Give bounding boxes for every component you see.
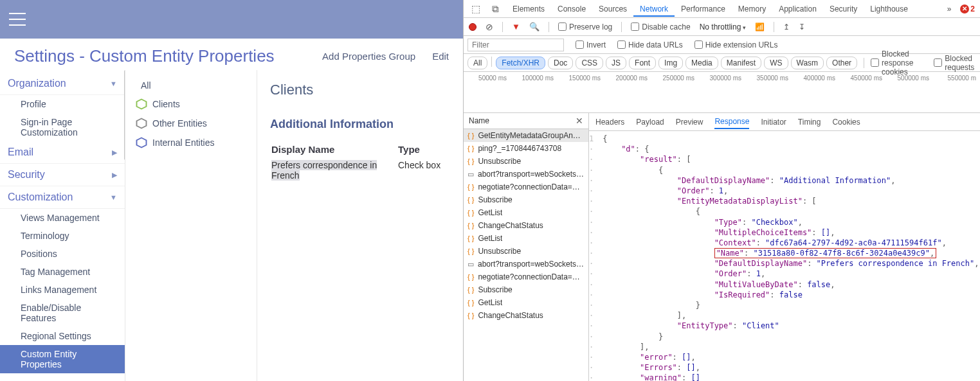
request-row[interactable]: { }GetList [464,206,588,219]
entity-filter-all[interactable]: All [129,76,253,94]
sidebar-item-terminology[interactable]: Terminology [0,227,125,245]
request-row[interactable]: { }ChangeChatStatus [464,219,588,232]
request-row[interactable]: { }Unsubscribe [464,245,588,258]
close-details-icon[interactable]: ✕ [576,116,583,126]
tab-sources[interactable]: Sources [592,1,633,17]
svg-marker-1 [137,119,147,128]
column-header-name[interactable]: Name [469,116,489,125]
network-conditions-icon[interactable] [755,22,765,31]
export-har-icon[interactable] [799,22,805,31]
response-tabs: HeadersPayloadPreviewResponseInitiatorTi… [589,113,980,131]
request-row[interactable]: { }negotiate?connectionData=%… [464,181,588,193]
type-chip-fetch-xhr[interactable]: Fetch/XHR [496,57,545,69]
sidebar-item-profile[interactable]: Profile [0,95,125,113]
type-chip-font[interactable]: Font [629,57,656,69]
disable-cache-checkbox[interactable]: Disable cache [631,22,690,31]
request-row[interactable]: { }GetEntityMetadataGroupAndD… [464,129,588,142]
invert-checkbox[interactable]: Invert [576,40,606,49]
tab-lighthouse[interactable]: Lighthouse [864,1,914,17]
filter-icon[interactable]: ▼ [512,22,520,31]
preserve-log-checkbox[interactable]: Preserve log [558,22,612,31]
entity-filter-other-entities[interactable]: Other Entities [129,114,253,133]
request-row[interactable]: { }Subscribe [464,283,588,296]
type-chip-css[interactable]: CSS [576,57,603,69]
document-icon: ▭ [467,170,474,179]
sidebar-section-email[interactable]: Email ▶ [0,141,125,164]
type-chip-js[interactable]: JS [606,57,626,69]
response-tab-headers[interactable]: Headers [595,118,624,127]
request-row[interactable]: { }Unsubscribe [464,155,588,168]
sidebar-section-customization[interactable]: Customization ▼ [0,186,125,209]
error-count[interactable]: ✕2 [960,4,980,13]
type-chip-wasm[interactable]: Wasm [791,57,824,69]
type-chip-ws[interactable]: WS [764,57,788,69]
type-chip-all[interactable]: All [467,57,487,69]
record-button[interactable] [469,23,476,31]
xhr-icon: { } [467,286,474,294]
device-toolbar-icon[interactable]: ⧉ [487,3,504,15]
request-row[interactable]: { }ChangeChatStatus [464,309,588,322]
type-chip-other[interactable]: Other [826,57,857,69]
sidebar-item-views-management[interactable]: Views Management [0,209,125,227]
response-tab-response[interactable]: Response [714,114,749,129]
type-chip-media[interactable]: Media [685,57,718,69]
request-row[interactable]: { }Subscribe [464,193,588,206]
sidebar-item-enable-disable-features[interactable]: Enable/Disable Features [0,299,125,327]
tab-elements[interactable]: Elements [506,1,551,17]
hide-extension-urls-checkbox[interactable]: Hide extension URLs [694,40,778,49]
label: Internal Entities [152,137,215,148]
edit-button[interactable]: Edit [432,51,449,62]
type-chip-manifest[interactable]: Manifest [721,57,761,69]
type-chip-doc[interactable]: Doc [548,57,573,69]
tab-performance[interactable]: Performance [675,1,732,17]
sidebar-item-positions[interactable]: Positions [0,245,125,263]
filter-input[interactable] [467,39,564,51]
blocked-requests-checkbox[interactable]: Blocked requests [934,54,976,72]
request-row[interactable]: { }GetList [464,296,588,309]
clear-button[interactable] [485,22,493,32]
sidebar-section-organization[interactable]: Organization ▼ [0,73,125,95]
json-code[interactable]: { "d": { "result": [ { "DefaultDisplayNa… [597,131,980,381]
request-row[interactable]: ▭abort?transport=webSockets&… [464,168,588,181]
request-row[interactable]: { }ping?_=1708446743708 [464,142,588,155]
sidebar-item-signin-customization[interactable]: Sign-in Page Customization [0,113,125,141]
inspect-element-icon[interactable]: ⬚ [467,3,484,15]
import-har-icon[interactable] [783,22,790,31]
request-row[interactable]: ▭abort?transport=webSockets&… [464,258,588,270]
type-chip-img[interactable]: Img [658,57,683,69]
sidebar-item-regional-settings[interactable]: Regional Settings [0,327,125,345]
scrollbar-thumb[interactable] [124,70,125,160]
entity-filter-internal-entities[interactable]: Internal Entities [129,133,253,152]
sidebar-section-security[interactable]: Security ▶ [0,164,125,186]
xhr-icon: { } [467,299,474,306]
entity-type-list: All Clients Other Entities Internal Enti… [125,70,257,381]
entity-filter-clients[interactable]: Clients [129,94,253,114]
throttling-select[interactable]: No throttling [700,22,746,31]
hide-data-urls-checkbox[interactable]: Hide data URLs [617,40,683,49]
tab-console[interactable]: Console [551,1,592,17]
request-row[interactable]: { }negotiate?connectionData=%… [464,270,588,283]
tab-security[interactable]: Security [823,1,864,17]
network-timeline[interactable]: 50000 ms100000 ms150000 ms200000 ms25000… [464,72,980,113]
response-tab-timing[interactable]: Timing [798,118,821,127]
sidebar-item-custom-entity-properties[interactable]: Custom Entity Properties [0,345,125,373]
tab-network[interactable]: Network [633,1,675,17]
response-tab-preview[interactable]: Preview [676,118,703,127]
response-tab-cookies[interactable]: Cookies [832,118,860,127]
response-tab-payload[interactable]: Payload [636,118,664,127]
tab-application[interactable]: Application [772,1,823,17]
sidebar-item-tag-management[interactable]: Tag Management [0,263,125,281]
search-icon[interactable]: 🔍 [529,22,540,31]
request-row[interactable]: { }GetList [464,232,588,245]
xhr-icon: { } [467,235,474,242]
sidebar-item-links-management[interactable]: Links Management [0,281,125,299]
more-tabs-icon[interactable]: » [941,4,958,13]
table-row[interactable]: Prefers correspondence in French Check b… [271,159,449,181]
response-tab-initiator[interactable]: Initiator [761,118,786,127]
request-name: abort?transport=webSockets&… [478,170,585,179]
content-title: Clients [270,82,450,98]
tab-memory[interactable]: Memory [732,1,772,17]
add-properties-group-button[interactable]: Add Properties Group [322,51,415,62]
sidebar-section-label: Email [8,146,33,158]
menu-icon[interactable] [9,13,26,26]
